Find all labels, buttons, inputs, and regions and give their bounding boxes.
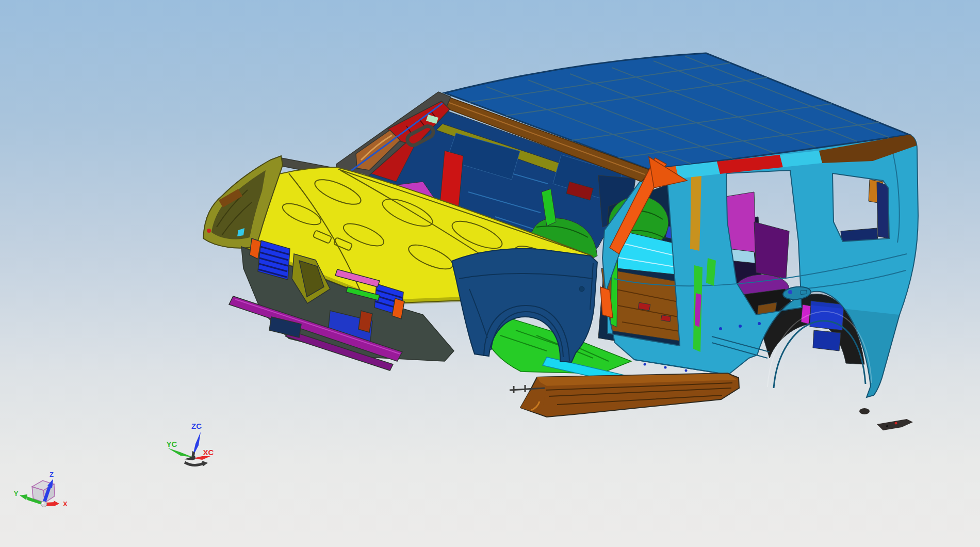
- viewport-canvas[interactable]: ZC YC XC Z Y X: [0, 0, 980, 547]
- view-y-label: Y: [14, 490, 19, 497]
- small-part-red-dot: [895, 422, 897, 425]
- left-fender-red-dot: [207, 229, 211, 233]
- wcs-y-axis-arrow[interactable]: [168, 448, 193, 457]
- small-part-dark-dot: [886, 425, 888, 427]
- view-x-arrowhead: [54, 501, 59, 506]
- wcs-triad[interactable]: ZC YC XC: [167, 422, 214, 466]
- view-x-label: X: [63, 500, 68, 508]
- wcs-z-label: ZC: [191, 422, 202, 430]
- wcs-rotate-handle-tip[interactable]: [202, 461, 208, 466]
- wcs-origin[interactable]: [191, 456, 195, 460]
- rocker-sill-assembly[interactable]: [510, 373, 739, 417]
- door-handle-grip: [801, 290, 807, 294]
- small-bracket-part[interactable]: [859, 408, 870, 414]
- rear-wheelhouse-blue-box-2[interactable]: [813, 330, 841, 351]
- wcs-x-axis-arrow[interactable]: [193, 456, 210, 460]
- view-origin-sphere[interactable]: [41, 502, 47, 507]
- fender-hole: [579, 286, 584, 292]
- small-rail-part[interactable]: [877, 419, 913, 430]
- view-z-label: Z: [50, 471, 54, 478]
- view-y-arrowhead: [20, 494, 27, 500]
- wcs-y-label: YC: [167, 440, 177, 448]
- dpillar-inner-navy[interactable]: [877, 182, 889, 238]
- floating-parts[interactable]: [859, 408, 913, 430]
- door-handle-dot: [788, 290, 792, 294]
- view-triad[interactable]: Z Y X: [14, 471, 68, 508]
- wcs-x-label: XC: [203, 448, 214, 457]
- view-origin-highlight: [42, 502, 44, 504]
- wcs-rotate-handle[interactable]: [185, 462, 203, 465]
- quarter-trim-purple-panel[interactable]: [754, 222, 789, 279]
